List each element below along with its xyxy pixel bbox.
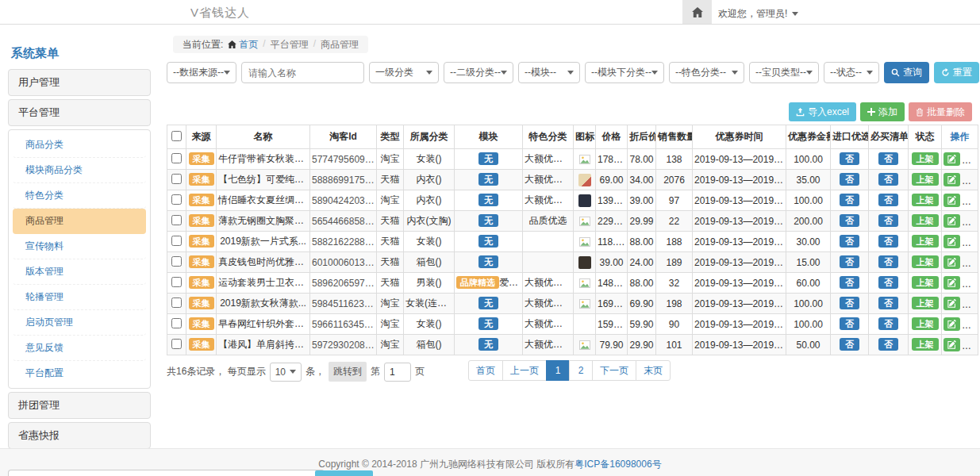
home-button[interactable] xyxy=(682,0,712,24)
status-badge[interactable]: 上架 xyxy=(912,152,939,165)
edit-button[interactable] xyxy=(943,214,960,228)
row-checkbox[interactable] xyxy=(171,339,182,349)
status-select[interactable]: --状态-- xyxy=(824,62,879,83)
sidebar-subitem-6[interactable]: 轮播管理 xyxy=(13,285,146,310)
row-checkbox[interactable] xyxy=(171,298,182,308)
item-type-select[interactable]: --宝贝类型-- xyxy=(749,62,819,83)
page-button-1[interactable]: 1 xyxy=(546,360,570,381)
sidebar-subitem-7[interactable]: 启动页管理 xyxy=(13,310,146,336)
page-button-首页[interactable]: 首页 xyxy=(468,360,503,381)
row-checkbox[interactable] xyxy=(171,153,182,163)
sidebar-subitem-1[interactable]: 模块商品分类 xyxy=(13,158,146,183)
module-none-badge[interactable]: 无 xyxy=(478,297,498,309)
module-select[interactable]: --模块-- xyxy=(518,62,580,83)
status-badge[interactable]: 上架 xyxy=(912,276,939,289)
import-select-toggle[interactable]: 否 xyxy=(840,255,859,268)
must-buy-toggle[interactable]: 否 xyxy=(878,194,898,206)
import-select-toggle[interactable]: 否 xyxy=(840,173,859,186)
level2-category-select[interactable]: --二级分类-- xyxy=(444,62,513,83)
query-button[interactable]: 查询 xyxy=(884,62,929,83)
row-checkbox[interactable] xyxy=(171,215,182,225)
icp-link[interactable]: 粤ICP备16098006号 xyxy=(575,459,661,470)
module-none-badge[interactable]: 无 xyxy=(478,235,498,248)
module-none-badge[interactable]: 无 xyxy=(478,173,498,186)
sidebar-item-0[interactable]: 用户管理 xyxy=(8,69,151,96)
must-buy-toggle[interactable]: 否 xyxy=(878,338,898,351)
must-buy-toggle[interactable]: 否 xyxy=(878,173,898,186)
status-badge[interactable]: 上架 xyxy=(912,317,939,330)
user-menu[interactable]: 欢迎您，管理员! xyxy=(718,7,798,21)
import-select-toggle[interactable]: 否 xyxy=(840,235,859,248)
sidebar-item-2[interactable]: 拼团管理 xyxy=(8,392,151,419)
sidebar-subitem-9[interactable]: 平台配置 xyxy=(13,361,146,386)
row-checkbox[interactable] xyxy=(171,194,182,205)
edit-button[interactable] xyxy=(943,255,960,269)
status-badge[interactable]: 上架 xyxy=(912,235,939,248)
must-buy-toggle[interactable]: 否 xyxy=(878,214,898,227)
must-buy-toggle[interactable]: 否 xyxy=(878,297,898,309)
page-button-上一页[interactable]: 上一页 xyxy=(502,360,547,381)
partial-button-fragment[interactable] xyxy=(315,470,373,476)
sidebar-subitem-5[interactable]: 版本管理 xyxy=(13,259,146,285)
edit-button[interactable] xyxy=(943,338,960,351)
edit-button[interactable] xyxy=(943,173,960,186)
feature-category-select[interactable]: --特色分类-- xyxy=(669,62,744,83)
row-checkbox[interactable] xyxy=(171,236,182,246)
module-none-badge[interactable]: 无 xyxy=(478,338,498,351)
must-buy-toggle[interactable]: 否 xyxy=(878,317,898,330)
module-subcategory-select[interactable]: --模块下分类-- xyxy=(585,62,664,83)
import-select-toggle[interactable]: 否 xyxy=(840,152,859,165)
edit-button[interactable] xyxy=(943,235,960,248)
breadcrumb-home-link[interactable]: 首页 xyxy=(228,38,258,52)
level1-category-select[interactable]: 一级分类 xyxy=(369,62,439,83)
edit-button[interactable] xyxy=(943,317,960,331)
edit-button[interactable] xyxy=(943,194,960,207)
module-none-badge[interactable]: 无 xyxy=(478,317,498,330)
page-button-2[interactable]: 2 xyxy=(569,360,593,381)
status-badge[interactable]: 上架 xyxy=(912,173,939,186)
status-badge[interactable]: 上架 xyxy=(912,194,939,206)
import-excel-button[interactable]: 导入excel xyxy=(789,102,856,121)
reset-button[interactable]: 重置 xyxy=(934,62,979,83)
cell-price: 169.90 xyxy=(596,294,628,314)
sidebar-subitem-2[interactable]: 特色分类 xyxy=(13,183,146,209)
status-badge[interactable]: 上架 xyxy=(912,297,939,309)
module-none-badge[interactable]: 无 xyxy=(478,152,498,165)
data-source-select[interactable]: --数据来源-- xyxy=(167,62,236,83)
edit-button[interactable] xyxy=(943,276,960,290)
status-badge[interactable]: 上架 xyxy=(912,255,939,268)
sidebar-subitem-4[interactable]: 宣传物料 xyxy=(13,234,146,259)
module-none-badge[interactable]: 无 xyxy=(478,255,498,268)
import-select-toggle[interactable]: 否 xyxy=(840,338,859,351)
import-select-toggle[interactable]: 否 xyxy=(840,297,859,309)
module-none-badge[interactable]: 无 xyxy=(478,214,498,227)
module-none-badge[interactable]: 无 xyxy=(478,194,498,206)
status-badge[interactable]: 上架 xyxy=(912,214,939,227)
must-buy-toggle[interactable]: 否 xyxy=(878,235,898,248)
sidebar-subitem-0[interactable]: 商品分类 xyxy=(13,132,146,158)
import-select-toggle[interactable]: 否 xyxy=(840,276,859,289)
name-search-input[interactable] xyxy=(241,62,364,83)
import-select-toggle[interactable]: 否 xyxy=(840,194,859,206)
edit-button[interactable] xyxy=(943,297,960,310)
row-checkbox[interactable] xyxy=(171,174,182,184)
row-checkbox[interactable] xyxy=(171,318,182,328)
page-button-下一页[interactable]: 下一页 xyxy=(592,360,636,381)
must-buy-toggle[interactable]: 否 xyxy=(878,276,898,289)
must-buy-toggle[interactable]: 否 xyxy=(878,152,898,165)
sidebar-subitem-8[interactable]: 意见反馈 xyxy=(13,336,146,361)
add-button[interactable]: 添加 xyxy=(860,102,905,121)
import-select-toggle[interactable]: 否 xyxy=(840,214,859,227)
select-all-checkbox[interactable] xyxy=(171,131,182,141)
sidebar-item-1[interactable]: 平台管理 xyxy=(8,99,151,126)
sidebar-item-3[interactable]: 省惠快报 xyxy=(8,422,151,449)
sidebar-subitem-3[interactable]: 商品管理 xyxy=(13,209,146,234)
must-buy-toggle[interactable]: 否 xyxy=(878,255,898,268)
row-checkbox[interactable] xyxy=(171,256,182,267)
status-badge[interactable]: 上架 xyxy=(912,338,939,351)
row-checkbox[interactable] xyxy=(171,277,182,287)
import-select-toggle[interactable]: 否 xyxy=(840,317,859,330)
edit-button[interactable] xyxy=(943,152,960,166)
batch-delete-button[interactable]: 批量删除 xyxy=(909,102,972,121)
page-button-末页[interactable]: 末页 xyxy=(636,360,671,381)
